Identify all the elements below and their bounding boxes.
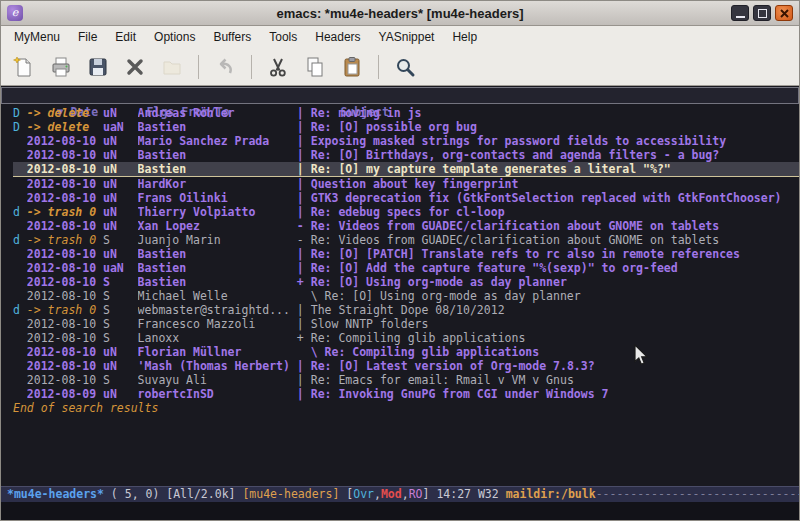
- table-row[interactable]: 2012-08-10uaNBastien| Re: [O] Add the ca…: [13, 261, 799, 275]
- table-row[interactable]: 2012-08-10uNBastien| Re: [O] Birthdays, …: [13, 148, 799, 162]
- row-thread: |: [297, 387, 311, 401]
- menu-item-help[interactable]: Help: [443, 27, 486, 47]
- row-flags: uN: [103, 219, 138, 233]
- row-from: Bastien: [138, 261, 297, 275]
- row-date: 2012-08-10: [27, 162, 103, 176]
- save-button[interactable]: [83, 52, 113, 82]
- table-row[interactable]: 2012-08-10SFrancesco Mazzoli| Slow NNTP …: [13, 317, 799, 331]
- row-subject: Exposing masked strings for password fie…: [311, 134, 726, 148]
- menu-item-yasnippet[interactable]: YASnippet: [370, 27, 444, 47]
- toolbar-separator: [251, 55, 252, 79]
- new-file-button[interactable]: [9, 52, 39, 82]
- row-subject: Re: edebug specs for cl-loop: [311, 205, 505, 219]
- menu-item-buffers[interactable]: Buffers: [204, 27, 260, 47]
- cut-icon: [266, 55, 290, 79]
- paste-icon: [340, 55, 364, 79]
- save-icon: [86, 55, 110, 79]
- maximize-button[interactable]: [753, 5, 771, 21]
- row-thread: +: [297, 275, 311, 289]
- table-row[interactable]: D-> deleteuaNBastien| Re: [O] possible o…: [13, 120, 799, 134]
- row-from: Juanjo Marin: [138, 233, 297, 247]
- emacs-frame: e emacs: *mu4e-headers* [mu4e-headers] M…: [0, 0, 800, 521]
- table-row[interactable]: 2012-08-10SSuvayu Ali| Re: Emacs for ema…: [13, 373, 799, 387]
- close-button[interactable]: [775, 5, 793, 21]
- print-button[interactable]: [46, 52, 76, 82]
- search-button[interactable]: [390, 52, 420, 82]
- minimize-button[interactable]: [731, 5, 749, 21]
- row-date: 2012-08-10: [27, 373, 103, 387]
- row-mark: d: [13, 233, 27, 247]
- row-subject: Re: moving in js: [311, 106, 422, 120]
- row-from: Bastien: [138, 120, 297, 134]
- menu-bar: MyMenu File Edit Options Buffers Tools H…: [1, 26, 799, 48]
- table-row[interactable]: 2012-08-10uNFlorian Müllner \ Re: Compil…: [13, 345, 799, 359]
- row-thread: |: [297, 148, 311, 162]
- copy-button[interactable]: [300, 52, 330, 82]
- row-thread: \: [297, 345, 325, 359]
- menu-item-options[interactable]: Options: [145, 27, 204, 47]
- row-from: Bastien: [138, 247, 297, 261]
- row-from: Bastien: [138, 148, 297, 162]
- menu-item-headers[interactable]: Headers: [306, 27, 369, 47]
- modeline-mod: Mod: [381, 487, 402, 501]
- row-date: 2012-08-10: [27, 359, 103, 373]
- undo-icon: [213, 55, 237, 79]
- table-row[interactable]: 2012-08-10SLanoxx+ Re: Compiling glib ap…: [13, 331, 799, 345]
- modeline-plain: ( 5, 0) [All/2.0k]: [104, 487, 242, 501]
- table-row[interactable]: 2012-08-10uNFrans Oilinki| GTK3 deprecat…: [13, 191, 799, 205]
- row-mark: d: [13, 303, 27, 317]
- table-row[interactable]: 2012-08-10uNBastien| Re: [O] [PATCH] Tra…: [13, 247, 799, 261]
- row-date: -> trash 0: [27, 205, 103, 219]
- undo-button[interactable]: [210, 52, 240, 82]
- row-thread: |: [297, 247, 311, 261]
- table-row[interactable]: d-> trash 0SJuanjo Marin- Re: Videos fro…: [13, 233, 799, 247]
- close-buffer-button[interactable]: [120, 52, 150, 82]
- modeline-maildir: maildir:/bulk: [506, 487, 596, 501]
- table-row[interactable]: d-> trash 0uNThierry Volpiatto| Re: edeb…: [13, 205, 799, 219]
- row-thread: |: [297, 191, 311, 205]
- row-date: -> delete: [27, 120, 103, 134]
- row-date: 2012-08-10: [27, 331, 103, 345]
- row-date: 2012-08-10: [27, 317, 103, 331]
- row-flags: uN: [103, 162, 138, 176]
- modeline-plain: ,: [374, 487, 381, 501]
- table-row[interactable]: 2012-08-10uN'Mash (Thomas Herbert)| Re: …: [13, 359, 799, 373]
- table-row[interactable]: 2012-08-10uNBastien| Re: [O] my capture …: [13, 162, 799, 177]
- table-row[interactable]: 2012-08-10uNMario Sanchez Prada| Exposin…: [13, 134, 799, 148]
- cut-button[interactable]: [263, 52, 293, 82]
- row-thread: -: [297, 219, 311, 233]
- row-date: 2012-08-10: [27, 275, 103, 289]
- mode-line[interactable]: *mu4e-headers* ( 5, 0) [All/2.0k] [mu4e-…: [1, 486, 799, 502]
- table-row[interactable]: 2012-08-10SBastien+ Re: [O] Using org-mo…: [13, 275, 799, 289]
- header-line: ▼DateFlgsFrom/ToSubject: [1, 87, 799, 104]
- table-row[interactable]: 2012-08-10uNXan Lopez- Re: Videos from G…: [13, 219, 799, 233]
- menu-item-mymenu[interactable]: MyMenu: [5, 27, 69, 47]
- row-subject: The Straight Dope 08/10/2012: [311, 303, 505, 317]
- table-row[interactable]: 2012-08-10uNHardKor| Question about key …: [13, 177, 799, 191]
- row-flags: uN: [103, 359, 138, 373]
- paste-button[interactable]: [337, 52, 367, 82]
- row-thread: |: [297, 373, 311, 387]
- table-row[interactable]: 2012-08-10SMichael Welle \ Re: [O] Using…: [13, 289, 799, 303]
- row-subject: Re: Videos from GUADEC/clarification abo…: [311, 219, 720, 233]
- open-folder-button[interactable]: [157, 52, 187, 82]
- menu-item-file[interactable]: File: [69, 27, 106, 47]
- table-row[interactable]: 2012-08-09uNrobertcInSD| Re: Invoking Gn…: [13, 387, 799, 401]
- row-from: Bastien: [138, 162, 297, 176]
- modeline-plain: 14:27 W32: [436, 487, 505, 501]
- row-date: -> trash 0: [27, 233, 103, 247]
- row-date: 2012-08-10: [27, 289, 103, 303]
- open-folder-icon: [160, 55, 184, 79]
- row-flags: uaN: [103, 120, 138, 134]
- table-row[interactable]: D-> deleteuNAndreas Röhler| Re: moving i…: [13, 106, 799, 120]
- buffer: ▼DateFlgsFrom/ToSubject D-> deleteuNAndr…: [1, 86, 799, 486]
- row-from: Thierry Volpiatto: [138, 205, 297, 219]
- menu-item-tools[interactable]: Tools: [260, 27, 306, 47]
- table-row[interactable]: d-> trash 0Swebmaster@straightd...| The …: [13, 303, 799, 317]
- echo-area[interactable]: [1, 502, 799, 520]
- row-thread: |: [297, 317, 311, 331]
- row-subject: Re: Videos from GUADEC/clarification abo…: [311, 233, 720, 247]
- emacs-icon: e: [7, 5, 23, 21]
- window-title: emacs: *mu4e-headers* [mu4e-headers]: [1, 6, 799, 21]
- menu-item-edit[interactable]: Edit: [106, 27, 145, 47]
